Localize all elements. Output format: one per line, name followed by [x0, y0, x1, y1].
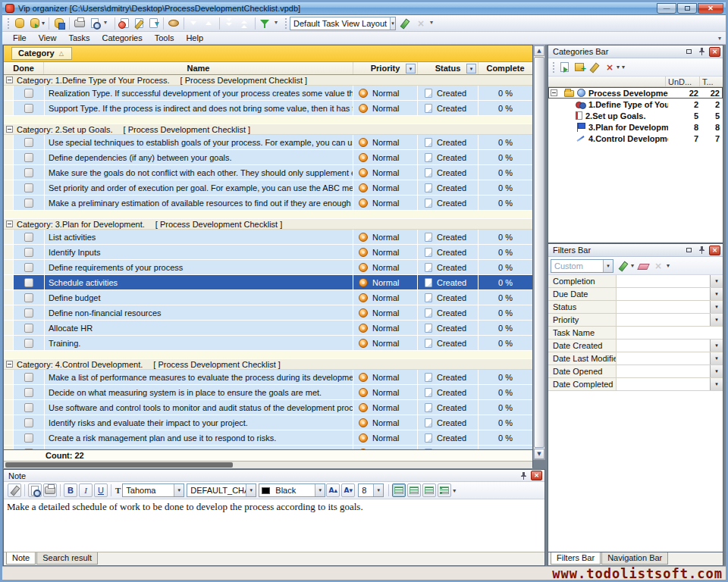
menu-overflow-icon[interactable]: ▾ [718, 35, 721, 42]
task-checkbox[interactable] [24, 308, 33, 318]
pin-panel-button[interactable] [518, 471, 529, 480]
tree-item[interactable]: 3.Plan for Development.88 [548, 121, 723, 133]
pin-panel-button[interactable] [696, 246, 708, 255]
task-checkbox[interactable] [24, 233, 33, 242]
toolbar-grip[interactable] [285, 18, 287, 29]
pin-panel-button[interactable] [696, 47, 708, 57]
horizontal-scrollbar-thumb[interactable] [5, 462, 233, 468]
filter-dropdown-button[interactable]: ▾ [710, 378, 723, 390]
note-print-button[interactable] [43, 483, 57, 497]
task-checkbox[interactable] [24, 153, 33, 162]
overflow-button[interactable] [428, 16, 438, 30]
column-header-priority[interactable]: Priority ▾ [353, 62, 418, 74]
filter-value-field[interactable] [617, 365, 710, 377]
filter-value-field[interactable] [617, 314, 710, 326]
filter-value-field[interactable] [617, 301, 710, 313]
chevron-down-icon[interactable]: ▾ [390, 17, 395, 30]
restore-panel-button[interactable] [683, 47, 695, 57]
new-db-button[interactable] [12, 16, 27, 30]
close-panel-button[interactable]: ✕ [709, 47, 720, 57]
delete-task-button[interactable] [146, 16, 161, 30]
menu-view[interactable]: View [33, 33, 63, 43]
task-checkbox[interactable] [24, 339, 33, 348]
priority-filter-button[interactable]: ▾ [406, 64, 416, 74]
menu-categories[interactable]: Categories [96, 33, 149, 43]
align-right-button[interactable] [422, 483, 436, 497]
filter-dropdown-button[interactable]: ▾ [710, 314, 723, 326]
collapse-icon[interactable] [6, 221, 13, 227]
tree-item[interactable]: 2.Set up Goals.55 [548, 110, 723, 121]
filter-dropdown-button[interactable]: ▾ [710, 340, 723, 352]
apply-layout-button[interactable] [398, 16, 413, 30]
task-row[interactable]: Make a preliminary estimation of availab… [4, 196, 532, 210]
task-row[interactable]: Make a list of performance measures to e… [4, 370, 532, 384]
filter-value-field[interactable] [617, 288, 710, 300]
filter-dropdown-button[interactable]: ▾ [710, 301, 723, 313]
task-row[interactable]: Realization Type. If successful developm… [4, 86, 532, 100]
task-checkbox[interactable] [24, 138, 33, 147]
close-panel-button[interactable]: ✕ [531, 471, 542, 480]
font-color-combo[interactable]: Black ▾ [259, 483, 325, 497]
filter-dropdown-button[interactable]: ▾ [710, 288, 723, 300]
task-checkbox[interactable] [24, 449, 33, 450]
chevron-down-icon[interactable]: ▾ [174, 484, 184, 496]
align-center-button[interactable] [407, 483, 421, 497]
bullet-list-button[interactable] [438, 483, 451, 497]
task-checkbox[interactable] [24, 373, 33, 382]
minimize-button[interactable]: — [657, 3, 676, 14]
delete-filter-button[interactable]: × [651, 258, 666, 273]
column-header-undone[interactable]: UnD... [666, 77, 700, 86]
task-checkbox[interactable] [24, 388, 33, 397]
task-row[interactable]: Decide on what measuring system is in pl… [4, 385, 532, 399]
menu-tasks[interactable]: Tasks [62, 33, 96, 43]
charset-combo[interactable]: DEFAULT_CHAR ▾ [187, 483, 256, 497]
task-checkbox[interactable] [24, 433, 33, 443]
collapse-icon[interactable] [6, 126, 13, 133]
chevron-down-icon[interactable]: ▾ [315, 484, 325, 496]
close-button[interactable]: ✕ [698, 3, 723, 14]
task-checkbox[interactable] [24, 293, 33, 302]
task-checkbox[interactable] [24, 263, 33, 272]
overflow-button[interactable] [273, 16, 283, 30]
task-checkbox[interactable] [24, 248, 33, 257]
column-header-total[interactable]: T... [700, 77, 723, 86]
filter-value-field[interactable] [617, 352, 710, 365]
task-row[interactable]: Training.NormalCreated0 % [4, 336, 532, 350]
task-checkbox[interactable] [24, 104, 33, 113]
move-top-button[interactable] [237, 16, 253, 30]
toolbar-overflow-icon[interactable]: ▾ [622, 64, 625, 70]
column-header-status[interactable]: Status ▾ [418, 62, 479, 74]
new-list-button[interactable] [557, 60, 572, 74]
vertical-scrollbar[interactable]: ▲ ▼ [533, 45, 545, 460]
task-checkbox[interactable] [24, 278, 33, 287]
print-preview-button[interactable] [87, 16, 102, 30]
menu-tools[interactable]: Tools [149, 33, 180, 43]
new-task-button[interactable] [118, 16, 132, 30]
apply-filter-button[interactable]: ▾ [617, 258, 635, 273]
filter-value-field[interactable] [617, 327, 723, 339]
status-filter-button[interactable]: ▾ [466, 64, 476, 74]
delete-layout-button[interactable]: × [413, 16, 428, 30]
italic-button[interactable]: I [79, 483, 93, 497]
tree-item[interactable]: Process Development Checklist2222 [548, 87, 723, 99]
filter-dropdown-button[interactable]: ▾ [710, 365, 723, 377]
menu-file[interactable]: File [7, 33, 33, 43]
collapse-icon[interactable] [6, 361, 13, 368]
task-row[interactable]: Schedule activitiesNormalCreated0 % [4, 275, 532, 289]
task-row[interactable]: Use software and control tools to monito… [4, 400, 532, 415]
font-family-combo[interactable]: Tahoma ▾ [122, 483, 184, 497]
save-db-button[interactable] [52, 16, 67, 30]
delete-category-button[interactable]: ×▾ [602, 60, 621, 74]
category-group-row[interactable]: Category: 2.Set up Goals.[ Process Devel… [4, 124, 532, 135]
move-bottom-button[interactable] [222, 16, 237, 30]
task-checkbox[interactable] [24, 403, 33, 412]
edit-task-button[interactable] [132, 16, 146, 30]
horizontal-scrollbar[interactable] [4, 461, 532, 468]
edit-category-button[interactable] [587, 60, 602, 74]
task-checkbox[interactable] [24, 418, 33, 427]
filter-value-field[interactable] [617, 275, 710, 287]
task-row[interactable]: Set priority and order of execution per … [4, 180, 532, 195]
task-row[interactable]: Allocate HRNormalCreated0 % [4, 321, 532, 335]
edit-note-button[interactable] [8, 483, 21, 497]
tree-item[interactable]: 4.Control Development.77 [548, 133, 723, 144]
